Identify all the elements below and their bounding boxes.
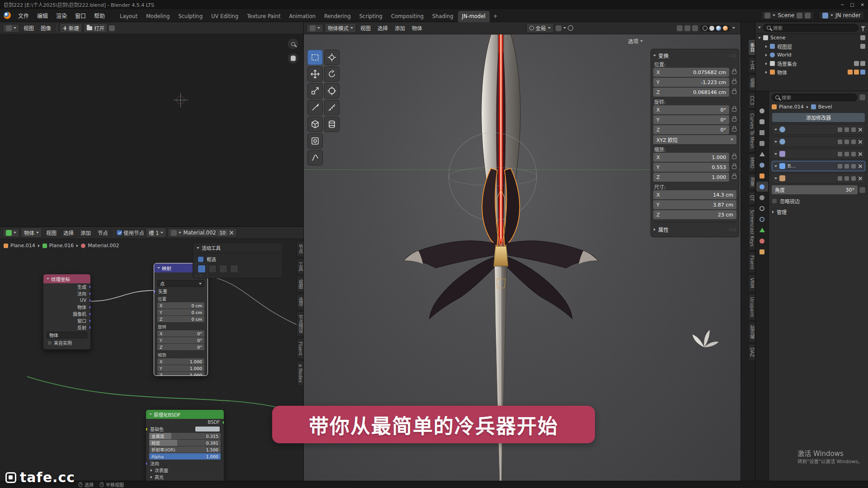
edit-mode-toggle[interactable]	[838, 140, 842, 144]
bevel-angle-field[interactable]: 角度 30°	[772, 185, 858, 194]
modifier-row-bevel[interactable]: B...	[772, 161, 865, 171]
tool-box-select[interactable]	[307, 50, 323, 65]
edit-mode-toggle[interactable]	[838, 127, 842, 132]
rotation-y-field[interactable]: Y0°	[653, 115, 729, 124]
scale-x-field[interactable]: X1.000	[653, 153, 729, 162]
render-toggle[interactable]	[851, 164, 856, 169]
menu-window[interactable]: 窗口	[71, 10, 90, 21]
transform-panel-header[interactable]: 变换 ::::	[653, 51, 736, 60]
person-icon[interactable]	[854, 70, 859, 75]
output-socket[interactable]	[222, 421, 224, 424]
tab-fluent[interactable]: Fluent	[748, 252, 755, 273]
lock-icon[interactable]	[732, 175, 736, 179]
menu-file[interactable]: 文件	[14, 10, 33, 21]
collapse-icon[interactable]	[197, 247, 199, 249]
person-icon[interactable]	[848, 70, 853, 75]
tool-curve-draw[interactable]	[307, 150, 323, 165]
active-tool-row[interactable]: 框选	[193, 253, 283, 265]
modifier-row-1[interactable]	[772, 124, 865, 135]
menu-add[interactable]: 添加	[78, 228, 94, 237]
workspace-tab-compositing[interactable]: Compositing	[387, 11, 428, 22]
editor-type-dropdown[interactable]	[3, 24, 19, 33]
node-texture-coordinate[interactable]: 纹理坐标 生成 法向 UV 物体 摄像机 窗口 反射 物体 来自实例	[43, 274, 91, 350]
menu-select[interactable]: 选择	[375, 23, 391, 33]
workspace-tab-animation[interactable]: Animation	[285, 11, 320, 22]
tool-add-cylinder[interactable]	[324, 117, 340, 132]
rendered-shading-icon[interactable]	[723, 26, 728, 31]
maximize-button[interactable]: □	[850, 2, 854, 7]
overlays-toggle-icon[interactable]	[692, 25, 698, 31]
tab-ucupaint[interactable]: Ucupaint	[748, 293, 755, 321]
rotation-z-field[interactable]: Z0°	[653, 125, 729, 134]
realtime-toggle[interactable]	[844, 164, 849, 169]
blender-logo-icon[interactable]	[4, 12, 11, 19]
slot-dropdown[interactable]: 槽 1	[146, 228, 166, 238]
tab-measure[interactable]: 测量	[748, 174, 755, 190]
rotation-x-field[interactable]: X0°	[653, 105, 729, 114]
node-editor-canvas[interactable]: Plane.014 Plane.016 Material.002	[0, 239, 303, 481]
mapping-scale-y[interactable]: Y1.000	[157, 365, 204, 371]
tab-physics-icon[interactable]	[756, 203, 768, 213]
rotation-mode-dropdown[interactable]: XYZ 欧拉	[653, 135, 736, 144]
tab-constraints-icon[interactable]	[756, 214, 768, 224]
render-toggle[interactable]	[851, 176, 856, 181]
expand-icon[interactable]	[765, 45, 767, 48]
modifier-row-2[interactable]	[772, 136, 865, 147]
menu-select[interactable]: 选择	[61, 228, 76, 237]
wireframe-shading-icon[interactable]	[703, 26, 708, 31]
workspace-tab-scripting[interactable]: Scripting	[355, 11, 387, 22]
edit-mode-toggle[interactable]	[838, 164, 842, 169]
collapse-icon[interactable]	[149, 413, 152, 415]
unlink-material-icon[interactable]	[229, 230, 234, 235]
material-users-count[interactable]: 10	[218, 230, 227, 236]
outliner-search-input[interactable]: 搜索	[763, 24, 859, 32]
material-selector[interactable]: Material.002 10	[168, 228, 236, 237]
open-image-button[interactable]: 打开	[84, 23, 108, 33]
delete-modifier-icon[interactable]	[858, 140, 863, 144]
workspace-tab-uvediting[interactable]: UV Editing	[207, 11, 242, 22]
filter-icon[interactable]	[861, 26, 865, 29]
expand-icon[interactable]	[765, 62, 767, 65]
add-modifier-button[interactable]: 添加修改器	[772, 113, 865, 122]
base-color-swatch[interactable]	[195, 427, 220, 432]
tab-world-icon[interactable]	[756, 160, 768, 170]
workspace-tab-modeling[interactable]: Modeling	[142, 11, 174, 22]
workspace-tab-layout[interactable]: Layout	[116, 11, 142, 22]
lock-icon[interactable]	[732, 70, 736, 74]
alpha-field[interactable]: Alpha1.000	[149, 453, 221, 460]
realtime-toggle[interactable]	[844, 176, 849, 181]
output-socket[interactable]	[89, 299, 91, 302]
collapse-icon[interactable]	[47, 278, 49, 280]
node-principled-bsdf[interactable]: 原理化BSDF BSDF 基础色 金属度0.315 糙度0.391 折射率(IO…	[146, 409, 224, 481]
render-toggle[interactable]	[851, 140, 856, 144]
tab-daz[interactable]: DAZ	[748, 344, 755, 361]
tab-scene-icon[interactable]	[756, 149, 768, 159]
expand-icon[interactable]	[765, 54, 767, 56]
dim-y-field[interactable]: Y3.87 cm	[653, 200, 736, 209]
keyframe-icon[interactable]	[859, 187, 865, 193]
lock-icon[interactable]	[732, 80, 736, 84]
lock-icon[interactable]	[732, 108, 736, 112]
mapping-loc-x[interactable]: X0 cm	[157, 302, 204, 309]
tool-annotate[interactable]	[307, 100, 323, 115]
tab-output-icon[interactable]	[756, 127, 768, 137]
lock-icon[interactable]	[732, 118, 736, 122]
gizmos-toggle-icon[interactable]	[684, 25, 690, 31]
input-socket[interactable]	[154, 290, 156, 293]
menu-render[interactable]: 渲染	[52, 10, 71, 21]
lock-icon[interactable]	[732, 128, 736, 131]
workspace-tab-sculpting[interactable]: Sculpting	[174, 11, 207, 22]
tool-shading-toggle[interactable]	[307, 133, 323, 149]
node-header[interactable]: 纹理坐标	[43, 274, 90, 283]
dim-z-field[interactable]: Z23 cm	[653, 210, 736, 219]
screen-icon[interactable]	[860, 35, 865, 40]
tool-option-2[interactable]	[208, 265, 217, 273]
tab-extra-nodes[interactable]: a Nodes	[297, 361, 303, 386]
tool-rotate[interactable]	[324, 66, 340, 82]
camera-icon[interactable]	[860, 61, 865, 66]
edit-mode-toggle[interactable]	[838, 176, 842, 181]
use-nodes-checkbox[interactable]	[117, 230, 122, 235]
collapse-icon[interactable]	[157, 267, 160, 269]
tool-scale[interactable]	[307, 83, 323, 99]
mapping-rot-x[interactable]: X0°	[157, 330, 204, 337]
